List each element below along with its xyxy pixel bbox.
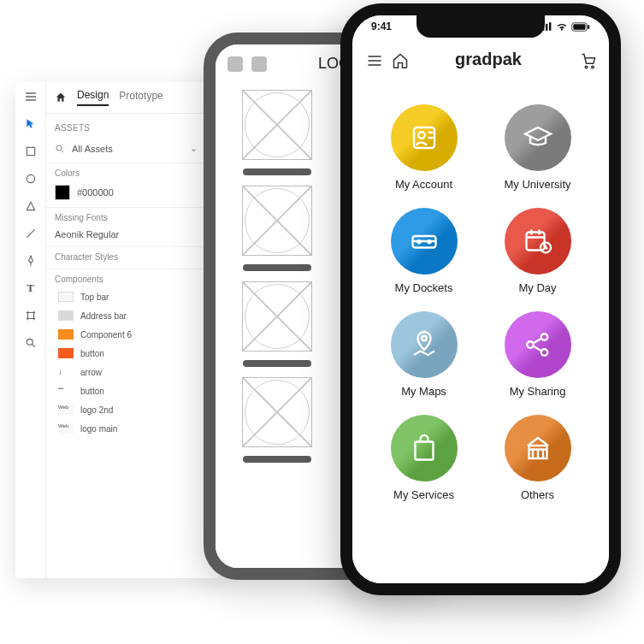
color-row[interactable]: #000000	[46, 181, 221, 204]
grid-item-label: My Services	[393, 488, 454, 501]
components-head: Components	[46, 269, 221, 287]
home-icon[interactable]	[392, 52, 407, 68]
colors-head: Colors	[46, 162, 221, 181]
pen-tool-icon[interactable]	[23, 253, 38, 269]
component-label: Top bar	[80, 292, 109, 302]
colors-label: Colors	[55, 168, 80, 178]
svg-point-20	[422, 336, 426, 340]
tab-design[interactable]: Design	[77, 89, 109, 106]
wireframe-cell	[234, 281, 320, 367]
image-placeholder-icon	[242, 90, 312, 160]
svg-rect-7	[549, 22, 551, 31]
component-label: button	[80, 349, 104, 358]
home-icon[interactable]	[55, 92, 67, 103]
svg-point-1	[27, 174, 34, 182]
wireframe-cell	[234, 186, 320, 271]
grid-item-label: My University	[504, 178, 570, 191]
grid-item-services[interactable]: My Services	[376, 415, 471, 501]
component-swatch	[58, 329, 74, 340]
grid-item-sharing[interactable]: My Sharing	[490, 311, 585, 398]
sharing-icon	[505, 311, 571, 378]
color-swatch	[55, 185, 70, 200]
wifi-icon	[556, 21, 568, 32]
component-label: arrow	[80, 368, 102, 377]
component-swatch: Web	[58, 405, 74, 415]
component-item[interactable]: Top bar	[46, 287, 221, 306]
app-header: gradpak	[352, 50, 609, 69]
component-item[interactable]: Component 6	[46, 325, 221, 344]
svg-point-3	[56, 145, 62, 151]
grid-item-account[interactable]: My Account	[376, 104, 471, 191]
component-label: Component 6	[80, 330, 132, 340]
svg-rect-18	[526, 233, 544, 251]
services-icon	[391, 415, 458, 482]
assets-label: ASSETS	[55, 123, 90, 133]
ellipse-tool-icon[interactable]	[23, 171, 38, 186]
svg-rect-9	[573, 24, 585, 29]
text-placeholder	[243, 456, 311, 463]
char-styles-head: Character Styles	[46, 246, 221, 265]
others-icon	[505, 415, 571, 482]
grid-item-others[interactable]: Others	[490, 415, 585, 501]
artboard-tool-icon[interactable]	[23, 308, 38, 323]
component-label: Address bar	[80, 311, 127, 321]
app-grid: My Account My University My Dockets My D…	[352, 91, 609, 583]
grid-item-maps[interactable]: My Maps	[376, 311, 471, 398]
grid-item-label: My Day	[518, 281, 556, 294]
status-time: 9:41	[371, 21, 392, 32]
image-placeholder-icon	[242, 186, 312, 256]
grid-item-dockets[interactable]: My Dockets	[376, 208, 471, 294]
hamburger-icon[interactable]	[23, 89, 38, 104]
font-name: Aeonik Regular	[55, 229, 119, 239]
component-item[interactable]: ↓arrow	[46, 363, 221, 381]
text-placeholder	[243, 168, 311, 175]
component-item[interactable]: •••button	[46, 381, 221, 400]
svg-point-14	[418, 132, 425, 139]
image-placeholder-icon	[242, 377, 312, 447]
search-icon	[55, 144, 65, 154]
missing-fonts-label: Missing Fonts	[55, 213, 108, 222]
component-item[interactable]: button	[46, 344, 221, 363]
text-tool-icon[interactable]: T	[23, 281, 38, 296]
component-label: button	[80, 387, 104, 396]
grid-item-university[interactable]: My University	[490, 104, 585, 191]
grid-item-day[interactable]: My Day	[490, 208, 585, 294]
assets-filter-row[interactable]: All Assets ⌄ ▦	[46, 138, 221, 159]
component-item[interactable]: Weblogo main	[46, 419, 221, 438]
select-tool-icon[interactable]	[23, 116, 38, 132]
components-label: Components	[55, 275, 103, 284]
svg-rect-6	[546, 24, 547, 31]
svg-point-12	[592, 66, 594, 68]
text-placeholder	[243, 360, 311, 367]
component-swatch	[58, 292, 74, 302]
image-placeholder-icon	[242, 281, 312, 352]
menu-icon[interactable]	[366, 52, 381, 68]
zoom-tool-icon[interactable]	[23, 335, 38, 351]
grid-item-label: Others	[521, 488, 554, 501]
svg-rect-24	[415, 442, 433, 460]
svg-rect-0	[27, 147, 34, 155]
triangle-tool-icon[interactable]	[23, 198, 38, 214]
component-swatch	[58, 348, 74, 358]
panel-body: Design Prototype ASSETS + All Assets ⌄ ▦…	[46, 82, 221, 578]
final-phone: 9:41 gradpak My Account My University	[340, 3, 621, 595]
phone-notch	[417, 15, 545, 38]
svg-point-11	[585, 66, 588, 68]
component-item[interactable]: Address bar	[46, 306, 221, 325]
grid-item-label: My Sharing	[510, 385, 566, 398]
svg-rect-10	[588, 25, 589, 29]
rectangle-tool-icon[interactable]	[23, 144, 38, 159]
wireframe-cell	[234, 377, 320, 463]
component-swatch: •••	[58, 386, 74, 396]
status-icons	[539, 21, 590, 32]
component-label: logo 2nd	[80, 405, 113, 415]
tab-prototype[interactable]: Prototype	[119, 90, 162, 105]
maps-icon	[391, 311, 458, 378]
assets-head: ASSETS +	[46, 114, 221, 138]
cart-icon[interactable]	[580, 52, 595, 68]
arrow-icon: ↓	[58, 367, 74, 377]
component-item[interactable]: Weblogo 2nd	[46, 400, 221, 419]
missing-font-row[interactable]: Aeonik Regular	[46, 226, 221, 243]
tool-column: T	[15, 82, 46, 578]
line-tool-icon[interactable]	[23, 226, 38, 241]
